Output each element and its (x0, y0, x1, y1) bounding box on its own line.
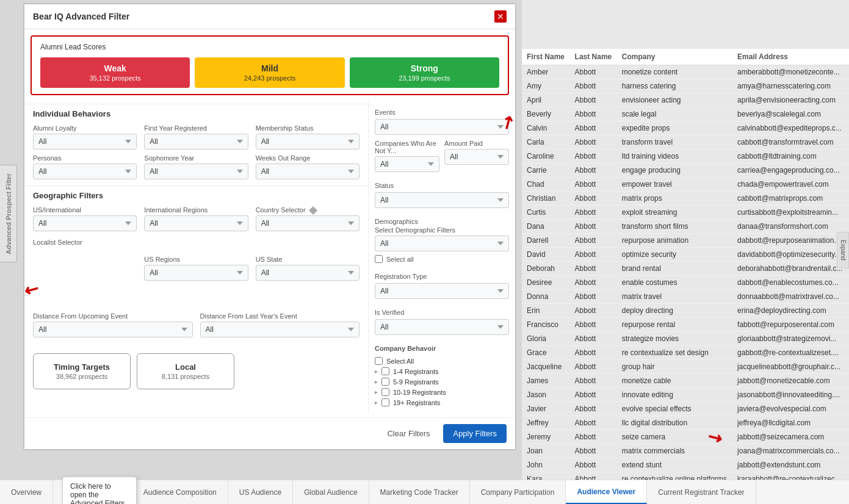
sophomore-year-select[interactable]: All (144, 164, 248, 179)
sophomore-year-filter: Sophomore Year All (144, 154, 248, 179)
table-row: AmberAbbottmonetize contentamberabbott@m… (522, 65, 849, 79)
tab-current-registrant-tracker[interactable]: Current Registrant Tracker (647, 480, 756, 504)
tab-global-audience[interactable]: Global Audience (293, 480, 369, 504)
status-select[interactable]: All (375, 192, 509, 208)
international-regions-select[interactable]: All (144, 215, 248, 231)
localist-selector-filter: Localist Selector Click here to open the… (33, 239, 137, 281)
table-cell: group hair (617, 360, 732, 374)
table-cell: Amber (522, 65, 570, 79)
companies-not-label: Companies Who Are Not Y... (375, 140, 439, 154)
table-cell: jeffreya@llcdigital.com (732, 416, 849, 430)
table-cell: Abbott (570, 262, 617, 276)
weak-score-button[interactable]: Weak 35,132 prospects (40, 57, 190, 88)
demographics-section: Demographics Select Demographic Filters … (375, 211, 509, 265)
geographic-filters-header: Geographic Filters (24, 185, 368, 203)
expand-tab[interactable]: Expand (837, 232, 849, 268)
tab-audience-viewer[interactable]: Audience Viewer (566, 480, 647, 504)
mild-label: Mild (201, 63, 338, 73)
is-verified-select[interactable]: All (375, 319, 509, 335)
table-row: JoanAbbottmatrix commercialsjoana@matrix… (522, 444, 849, 458)
sophomore-year-label: Sophomore Year (144, 154, 248, 162)
table-row: CurtisAbbottexploit streamingcurtisabbot… (522, 206, 849, 220)
table-cell: jabbott@extendstunt.com (732, 458, 849, 472)
company-select-all-checkbox[interactable] (375, 357, 383, 365)
timing-targets-button[interactable]: Timing Targets 38,962 prospects (33, 353, 131, 389)
table-cell: Gloria (522, 332, 570, 346)
lead-scores-buttons: Weak 35,132 prospects Mild 24,243 prospe… (40, 57, 499, 88)
alumni-loyalty-select[interactable]: All (33, 134, 137, 149)
table-cell: dabbott@enablecostumes.co... (732, 276, 849, 290)
clear-filters-button[interactable]: Clear Filters (380, 424, 437, 443)
distance-last-year-select[interactable]: All (200, 322, 360, 337)
table-cell: Abbott (570, 444, 617, 458)
table-cell: jasonabbott@innovateediting.... (732, 388, 849, 402)
us-regions-select[interactable]: All (144, 265, 248, 281)
tab-us-audience[interactable]: US Audience (228, 480, 293, 504)
table-row: CarlaAbbotttransform travelcabbott@trans… (522, 135, 849, 149)
tab-company-participation[interactable]: Company Participation (470, 480, 566, 504)
registration-type-select[interactable]: All (375, 283, 509, 299)
table-cell: jabbott@monetizecable.com (732, 374, 849, 388)
tab-marketing-code-tracker[interactable]: Marketing Code Tracker (369, 480, 470, 504)
filter-left-column: Individual Behaviors Alumni Loyalty All … (24, 101, 369, 412)
weeks-out-range-select[interactable]: All (256, 164, 359, 179)
strong-score-button[interactable]: Strong 23,199 prospects (350, 57, 499, 88)
company-select-all-label: Select All (386, 358, 414, 365)
col-last-name: Last Name (570, 49, 617, 65)
company-10-19-checkbox[interactable] (381, 388, 389, 396)
table-cell: Abbott (570, 374, 617, 388)
local-button[interactable]: Local 8,131 prospects (137, 353, 234, 389)
us-regions-filter: US Regions All (144, 256, 248, 281)
filter-panel-header: Bear IQ Advanced Filter ✕ (24, 4, 515, 29)
company-5-9-label: 5-9 Registrants (393, 378, 439, 386)
table-cell: Abbott (570, 360, 617, 374)
table-cell: Abbott (570, 248, 617, 262)
weeks-out-range-label: Weeks Out Range (256, 154, 359, 162)
tooltip-click-here[interactable]: Click here to open the Advanced Filters (62, 477, 137, 504)
personas-select[interactable]: All (33, 164, 137, 179)
demographics-select-all-checkbox[interactable] (375, 255, 383, 263)
company-option-5-9: ▸ 5-9 Registrants (375, 376, 509, 387)
company-5-9-checkbox[interactable] (381, 378, 389, 386)
table-cell: jacquelineabbott@grouphair.c... (732, 360, 849, 374)
country-selector-select[interactable]: All (256, 215, 359, 231)
filter-panel-title: Bear IQ Advanced Filter (33, 12, 129, 21)
individual-behaviors-header: Individual Behaviors (24, 104, 368, 121)
companies-not-select[interactable]: All (375, 156, 439, 172)
table-row: DanaAbbotttransform short filmsdanaa@tra… (522, 220, 849, 234)
local-label: Local (146, 362, 225, 372)
membership-status-select[interactable]: All (256, 134, 359, 149)
table-cell: Deborah (522, 262, 570, 276)
table-cell: Abbott (570, 458, 617, 472)
mild-score-button[interactable]: Mild 24,243 prospects (195, 57, 344, 88)
amount-paid-select[interactable]: All (444, 149, 509, 165)
filter-close-button[interactable]: ✕ (494, 10, 507, 23)
company-19plus-checkbox[interactable] (381, 398, 389, 406)
demographics-select[interactable]: All (375, 236, 509, 251)
us-international-select[interactable]: All (33, 215, 137, 231)
table-cell: cabbott@transformtravel.com (732, 135, 849, 149)
tab-overview[interactable]: Overview (0, 480, 53, 504)
table-row: ErinAbbottdeploy directingerina@deploydi… (522, 304, 849, 318)
table-cell: amya@harnesscatering.com (732, 79, 849, 93)
country-selector-icon (309, 206, 317, 215)
table-cell: Chad (522, 178, 570, 192)
table-cell: repurpose animation (617, 234, 732, 248)
company-behavior-section: Company Behavoir Select All ▸ 1-4 Regist… (375, 337, 509, 412)
apply-filters-button[interactable]: Apply Filters (443, 424, 507, 443)
table-cell: Abbott (570, 79, 617, 93)
filter-body: Individual Behaviors Alumni Loyalty All … (24, 101, 515, 412)
table-row: JacquelineAbbottgroup hairjacquelineabbo… (522, 360, 849, 374)
table-row: BeverlyAbbottscale legalbeverlya@scalele… (522, 107, 849, 121)
table-cell: optimize security (617, 248, 732, 262)
distance-upcoming-select[interactable]: All (33, 322, 193, 337)
table-cell: Abbott (570, 276, 617, 290)
tab-audience-composition[interactable]: Audience Composition (132, 480, 228, 504)
events-select[interactable]: All (375, 119, 509, 135)
table-cell: Amy (522, 79, 570, 93)
table-cell: javiera@evolvespecial.com (732, 402, 849, 416)
us-state-select[interactable]: All (256, 265, 359, 281)
first-year-registered-select[interactable]: All (144, 134, 248, 149)
company-1-4-checkbox[interactable] (381, 367, 389, 375)
table-cell: matrix commercials (617, 444, 732, 458)
